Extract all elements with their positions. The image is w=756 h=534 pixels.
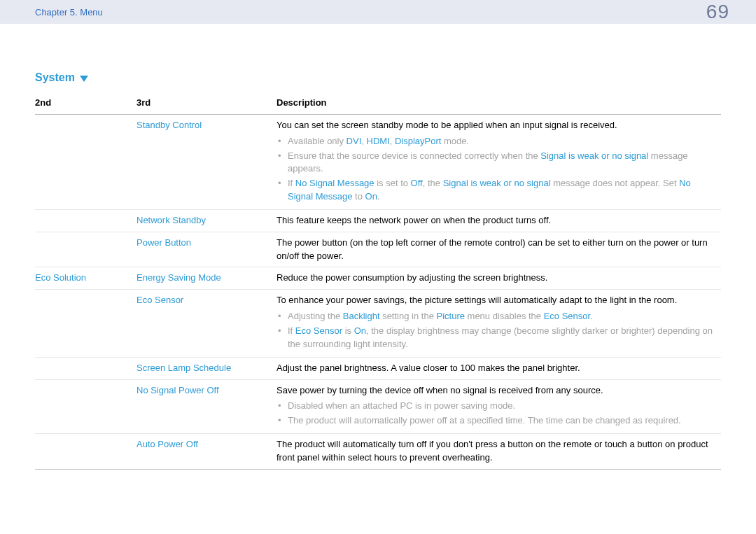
section-title-text: System <box>35 71 75 84</box>
menu-second: Eco Solution <box>35 267 136 290</box>
menu-desc: Adjust the panel brightness. A value clo… <box>276 357 721 379</box>
menu-table: 2nd 3rd Description Standby Control You … <box>35 97 721 470</box>
menu-third: Eco Sensor <box>136 290 276 357</box>
menu-third: Power Button <box>136 232 276 267</box>
table-row: Standby Control You can set the screen s… <box>35 114 721 209</box>
chapter-label: Chapter 5. Menu <box>35 7 103 17</box>
list-item: The product will automatically power off… <box>278 414 717 428</box>
menu-desc: To enhance your power savings, the pictu… <box>276 290 721 357</box>
page-number: 69 <box>706 1 729 23</box>
menu-third: Standby Control <box>136 114 276 209</box>
col-3rd: 3rd <box>136 97 276 114</box>
table-row: Power Button The power button (on the to… <box>35 232 721 267</box>
col-2nd: 2nd <box>35 97 136 114</box>
menu-desc: The product will automatically turn off … <box>276 434 721 470</box>
page-content: System 2nd 3rd Description Standby Contr… <box>0 24 756 470</box>
list-item: Disabled when an attached PC is in power… <box>278 400 717 413</box>
menu-desc: Save power by turning the device off whe… <box>276 379 721 434</box>
menu-desc: This feature keeps the network power on … <box>276 209 721 232</box>
menu-third: No Signal Power Off <box>136 379 276 434</box>
list-item: Available only DVI, HDMI, DisplayPort mo… <box>278 135 717 148</box>
list-item: If Eco Sensor is On, the display brightn… <box>278 325 717 351</box>
section-title: System <box>35 71 721 84</box>
menu-desc: You can set the screen standby mode to b… <box>276 114 721 209</box>
menu-desc: Reduce the power consumption by adjustin… <box>276 267 721 290</box>
dropdown-icon <box>80 76 88 82</box>
table-row: Eco Sensor To enhance your power savings… <box>35 290 721 357</box>
table-row: Network Standby This feature keeps the n… <box>35 209 721 232</box>
list-item: Ensure that the source device is connect… <box>278 150 717 176</box>
menu-third: Network Standby <box>136 209 276 232</box>
list-item: Adjusting the Backlight setting in the P… <box>278 310 717 323</box>
table-row: Eco Solution Energy Saving Mode Reduce t… <box>35 267 721 290</box>
table-row: No Signal Power Off Save power by turnin… <box>35 379 721 434</box>
menu-third: Auto Power Off <box>136 434 276 470</box>
menu-third: Energy Saving Mode <box>136 267 276 290</box>
table-row: Auto Power Off The product will automati… <box>35 434 721 470</box>
col-description: Description <box>276 97 721 114</box>
list-item: If No Signal Message is set to Off, the … <box>278 177 717 204</box>
table-row: Screen Lamp Schedule Adjust the panel br… <box>35 357 721 379</box>
menu-third: Screen Lamp Schedule <box>136 357 276 379</box>
menu-desc: The power button (on the top left corner… <box>276 232 721 267</box>
page-header: Chapter 5. Menu 69 <box>0 0 756 24</box>
